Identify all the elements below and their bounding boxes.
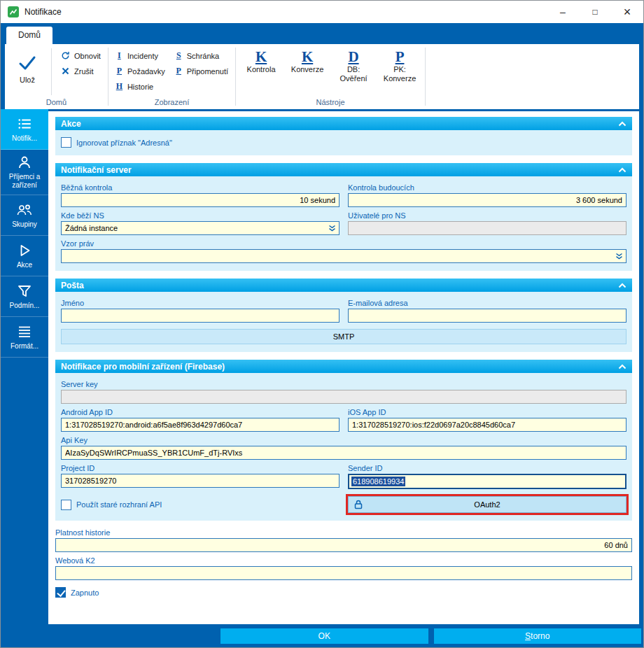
- chevron-up-icon[interactable]: [618, 283, 626, 288]
- minimize-icon: –: [560, 6, 566, 17]
- pozadavky-label: Požadavky: [127, 67, 165, 76]
- zapnuto-checkbox-row[interactable]: Zapnuto: [55, 587, 632, 598]
- section-server-header[interactable]: Notifikační server: [55, 163, 632, 176]
- dropdown-icon[interactable]: [615, 253, 623, 260]
- sidebar-item-label: Příjemci a zařízení: [2, 173, 47, 190]
- section-posta-header[interactable]: Pošta: [55, 279, 632, 292]
- field-label: iOS App ID: [348, 408, 626, 416]
- sidebar-item-skupiny[interactable]: Skupiny: [1, 195, 48, 236]
- field-label: Platnost historie: [55, 528, 632, 537]
- schranka-letter-icon: S: [175, 50, 183, 61]
- field-label: Sender ID: [348, 464, 626, 472]
- list-icon: [17, 116, 32, 132]
- person-icon: [17, 155, 32, 170]
- field-label: Server key: [61, 380, 626, 388]
- section-title: Pošta: [61, 281, 84, 290]
- app-icon: [8, 6, 19, 17]
- dropdown-icon[interactable]: [328, 225, 336, 232]
- kde-bezi-ns-combobox[interactable]: [61, 221, 340, 235]
- webova-k2-input[interactable]: [55, 566, 632, 580]
- save-label: Ulož: [20, 76, 35, 84]
- storno-button[interactable]: Storno: [434, 628, 642, 644]
- pozadavky-button[interactable]: P Požadavky: [113, 64, 168, 78]
- refresh-button[interactable]: Obnovit: [57, 48, 104, 63]
- pk-konverze-label: PK:: [393, 65, 406, 74]
- kontrola-budoucich-input[interactable]: [348, 193, 626, 207]
- ribbon-collapse-button[interactable]: [625, 101, 634, 106]
- field-label: Kde běží NS: [61, 211, 340, 220]
- smtp-button[interactable]: SMTP: [61, 329, 626, 344]
- server-key-input: [61, 390, 626, 404]
- window-controls: – □ ×: [547, 1, 643, 23]
- save-check-icon: [18, 55, 36, 72]
- sidebar-item-format[interactable]: Formát...: [1, 317, 48, 358]
- pripomenuti-letter-icon: P: [175, 66, 183, 76]
- kontrola-letter-icon: K: [255, 48, 267, 65]
- minimize-button[interactable]: –: [547, 1, 579, 23]
- oauth2-label: OAuth2: [474, 500, 500, 509]
- old-api-checkbox[interactable]: [61, 500, 71, 510]
- old-api-checkbox-row[interactable]: Použít staré rozhraní API: [61, 500, 340, 510]
- sidebar-item-podminky[interactable]: Podmín...: [1, 276, 48, 317]
- historie-letter-icon: H: [115, 81, 123, 92]
- pripomenuti-label: Připomenutí: [187, 67, 228, 76]
- jmeno-input[interactable]: [61, 309, 340, 323]
- project-id-input[interactable]: [61, 474, 340, 488]
- pozadavky-letter-icon: P: [115, 66, 123, 76]
- section-firebase-header[interactable]: Notifikace pro mobilní zařízení (Firebas…: [55, 360, 632, 373]
- db-overeni-label: DB:: [347, 65, 360, 74]
- incidenty-label: Incidenty: [127, 52, 158, 60]
- konverze-button[interactable]: K Konverze: [286, 47, 328, 93]
- maximize-button[interactable]: □: [579, 1, 611, 23]
- bezna-kontrola-input[interactable]: [61, 193, 340, 207]
- field-label: Android App ID: [61, 408, 340, 416]
- tab-domu[interactable]: Domů: [6, 27, 52, 44]
- sidebar-item-akce[interactable]: Akce: [1, 236, 48, 276]
- window-title: Notifikace: [24, 7, 62, 17]
- sidebar-item-prijemci[interactable]: Příjemci a zařízení: [1, 150, 48, 195]
- sidebar-item-notifikace[interactable]: Notifik...: [1, 109, 48, 150]
- ignore-adresna-checkbox-row[interactable]: Ignorovat příznak "Adresná": [61, 137, 626, 148]
- app-window: Notifikace – □ × Domů Ulož: [0, 0, 644, 648]
- api-key-input[interactable]: [61, 446, 626, 460]
- section-akce-header[interactable]: Akce: [55, 117, 632, 130]
- ignore-adresna-checkbox[interactable]: [61, 137, 71, 148]
- section-title: Notifikace pro mobilní zařízení (Firebas…: [61, 362, 225, 372]
- historie-button[interactable]: H Historie: [113, 79, 168, 94]
- chevron-up-icon[interactable]: [618, 121, 626, 127]
- vzor-prav-combobox[interactable]: [61, 249, 626, 263]
- ribbon-tab-row: Domů: [1, 23, 643, 44]
- close-button[interactable]: ×: [611, 1, 643, 23]
- ios-app-id-input[interactable]: [348, 418, 626, 432]
- section-title: Akce: [61, 119, 81, 129]
- cancel-button[interactable]: Zrušit: [57, 64, 104, 78]
- save-button[interactable]: Ulož: [9, 47, 46, 92]
- kontrola-button[interactable]: K Kontrola: [240, 47, 282, 93]
- db-overeni-button[interactable]: D DB: Ověření: [332, 47, 374, 93]
- pripomenuti-button[interactable]: P Připomenutí: [172, 64, 231, 78]
- ok-button[interactable]: OK: [220, 628, 428, 644]
- chevron-up-icon[interactable]: [618, 364, 626, 369]
- field-label: E-mailová adresa: [348, 299, 626, 307]
- platnost-historie-input[interactable]: [55, 538, 632, 552]
- zapnuto-checkbox[interactable]: [55, 587, 66, 598]
- chevron-up-icon[interactable]: [618, 167, 626, 173]
- titlebar: Notifikace – □ ×: [1, 1, 643, 23]
- konverze-label: Konverze: [291, 65, 323, 74]
- cancel-x-icon: [60, 67, 70, 75]
- android-app-id-input[interactable]: [61, 418, 340, 432]
- schranka-button[interactable]: S Schránka: [172, 48, 231, 63]
- section-posta: Pošta Jméno E-mailová adresa: [55, 279, 632, 352]
- pk-konverze-button[interactable]: P PK: Konverze: [379, 47, 421, 93]
- email-input[interactable]: [348, 309, 626, 323]
- section-notifikacni-server: Notifikační server Běžná kontrola Kontro…: [55, 163, 632, 271]
- oauth2-button[interactable]: OAuth2: [348, 496, 626, 513]
- ribbon: Ulož Obnovit: [1, 44, 643, 109]
- sidebar-item-label: Podmín...: [10, 302, 40, 310]
- incidenty-button[interactable]: I Incidenty: [113, 48, 168, 63]
- people-icon: [16, 202, 33, 218]
- sender-id-input[interactable]: 618908619934: [348, 474, 626, 489]
- lock-icon: [354, 500, 363, 509]
- ribbon-group-domu: Ulož Obnovit: [5, 44, 108, 109]
- sidebar-item-label: Formát...: [10, 342, 38, 351]
